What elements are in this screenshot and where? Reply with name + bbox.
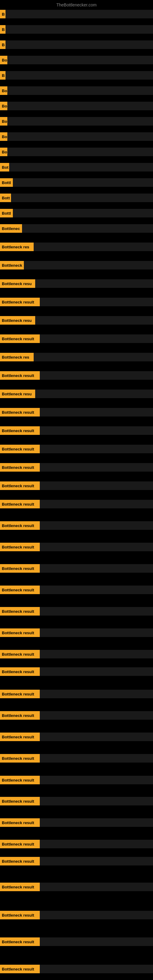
bottleneck-bar [13, 209, 153, 218]
bottleneck-label: B [0, 10, 5, 18]
bottleneck-bar [40, 298, 153, 306]
bottleneck-label: Bot [0, 163, 9, 172]
bottleneck-bar [40, 711, 153, 720]
bottleneck-label: Bottleneck result [0, 481, 40, 490]
list-item: Bottleneck result [0, 628, 153, 638]
bottleneck-label: Bottleneck result [0, 965, 40, 973]
bottleneck-bar [9, 163, 153, 172]
list-item: Bottleneck result [0, 585, 153, 595]
bottleneck-bar [40, 521, 153, 530]
list-item: Bo [0, 55, 153, 65]
list-item: Bottleneck result [0, 444, 153, 454]
bottleneck-bar [40, 797, 153, 805]
bottleneck-label: Bottleneck result [0, 690, 40, 698]
list-item: Bo [0, 86, 153, 95]
bottleneck-bar [40, 690, 153, 698]
list-item: Bottl [0, 178, 153, 188]
bottleneck-label: Bottleneck result [0, 500, 40, 508]
list-item: Bottleneck result [0, 297, 153, 307]
bottleneck-label: Bottleneck result [0, 883, 40, 891]
bottleneck-label: Bottleneck result [0, 298, 40, 306]
bottleneck-label: Bottleneck result [0, 797, 40, 805]
bottleneck-bar [13, 178, 153, 187]
list-item: B [0, 24, 153, 34]
bottleneck-bar [35, 390, 153, 398]
bottleneck-bar [22, 224, 153, 233]
bottleneck-label: Bottleneck result [0, 371, 40, 380]
bottleneck-label: B [0, 40, 5, 49]
bottleneck-label: B [0, 25, 5, 34]
bottleneck-label: Bottleneck result [0, 937, 40, 946]
bottleneck-label: Bottleneck result [0, 733, 40, 741]
bottleneck-label: Bo [0, 132, 7, 141]
bottleneck-bar [40, 857, 153, 865]
bottleneck-bar [40, 965, 153, 973]
list-item: Bottleneck result [0, 775, 153, 785]
bottleneck-bar [11, 194, 153, 202]
bottleneck-label: Bottleneck result [0, 463, 40, 472]
bottleneck-bar [35, 316, 153, 325]
bottleneck-label: Bottleneck result [0, 650, 40, 659]
bottleneck-label: Bottleneck result [0, 857, 40, 865]
list-item: Bottleneck result [0, 937, 153, 947]
list-item: B [0, 9, 153, 19]
bottleneck-label: Bo [0, 86, 7, 95]
bottleneck-label: Bottlenec [0, 224, 22, 233]
bottleneck-bar [35, 279, 153, 288]
list-item: Bottleneck result [0, 426, 153, 436]
list-item: Bottleneck result [0, 606, 153, 616]
bottleneck-bar [40, 463, 153, 472]
bottleneck-bar [40, 754, 153, 762]
bottleneck-bar [5, 10, 153, 18]
bottleneck-bar [40, 733, 153, 741]
bottleneck-bar [7, 102, 153, 110]
bottleneck-bar [7, 148, 153, 156]
bottleneck-bar [40, 628, 153, 637]
bottleneck-bar [40, 408, 153, 417]
bottleneck-bar [7, 117, 153, 126]
bottleneck-bar [40, 426, 153, 435]
list-item: Bo [0, 116, 153, 126]
bottleneck-label: Bottleneck result [0, 408, 40, 417]
list-item: Bottl [0, 208, 153, 218]
bottleneck-bar [7, 86, 153, 95]
list-item: Bottleneck result [0, 964, 153, 974]
bottleneck-label: Bottleneck result [0, 542, 40, 551]
bottleneck-label: Bottleneck result [0, 564, 40, 573]
bottleneck-bar [40, 334, 153, 343]
list-item: Bottleneck result [0, 732, 153, 742]
bottleneck-bar [40, 585, 153, 594]
bottleneck-bar [40, 371, 153, 380]
list-item: Bottleneck resu [0, 279, 153, 288]
site-title: TheBottlenecker.com [56, 2, 97, 7]
bottleneck-label: Bottleneck result [0, 776, 40, 784]
bottleneck-label: B [0, 71, 5, 80]
bottleneck-bar [33, 353, 153, 361]
bottleneck-label: Bottleneck result [0, 426, 40, 435]
bottleneck-label: Bo [0, 117, 7, 126]
list-item: Bottlenec [0, 224, 153, 233]
list-item: Bot [0, 162, 153, 172]
list-item: Bottleneck result [0, 839, 153, 849]
list-item: Bottleneck res [0, 352, 153, 362]
list-item: Bo [0, 101, 153, 111]
bottleneck-label: Bottleneck result [0, 911, 40, 920]
bottleneck-bar [5, 25, 153, 34]
bottleneck-label: Bottleneck res [0, 353, 33, 361]
bottleneck-bar [40, 481, 153, 490]
bottleneck-bar [40, 564, 153, 573]
list-item: Bottleneck result [0, 481, 153, 491]
bottleneck-label: Bottleneck result [0, 607, 40, 616]
list-item: Bott [0, 193, 153, 203]
bottleneck-label: Bottleneck result [0, 334, 40, 343]
list-item: Bottleneck result [0, 910, 153, 920]
list-item: B [0, 40, 153, 49]
list-item: Bottleneck result [0, 407, 153, 417]
bottleneck-label: Bottl [0, 178, 13, 187]
list-item: B [0, 70, 153, 80]
bottleneck-bar [24, 261, 153, 269]
bottleneck-label: Bottleneck result [0, 445, 40, 453]
bottleneck-bar [7, 56, 153, 64]
list-item: Bottleneck resu [0, 389, 153, 399]
list-item: Bottleneck resu [0, 315, 153, 325]
